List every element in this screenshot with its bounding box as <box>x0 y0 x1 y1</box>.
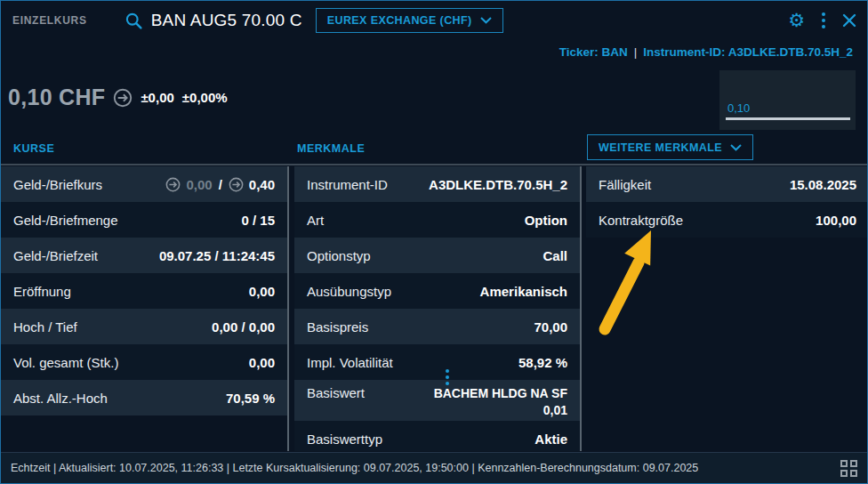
mini-chart-flat-line <box>726 117 850 120</box>
column-divider <box>580 166 582 451</box>
row-label: Basiswerttyp <box>307 432 382 447</box>
annotation-arrow <box>583 219 672 343</box>
kebab-menu-icon[interactable] <box>820 11 827 30</box>
chevron-down-icon <box>480 14 492 27</box>
row-label: Hoch / Tief <box>13 319 77 335</box>
mini-chart-price-label: 0,10 <box>727 101 750 115</box>
chevron-down-icon <box>730 141 742 154</box>
merkmale-table: Instrument-IDA3DLKE.DTB.70.5H_2ArtOption… <box>294 166 580 451</box>
row-label: Abst. Allz.-Hoch <box>13 391 108 406</box>
row-label: Instrument-ID <box>307 177 388 192</box>
row-value: 0,00 <box>249 355 275 370</box>
table-row: Fälligkeit15.08.2025 <box>586 166 868 202</box>
title-bar: EINZELKURS BAN AUG5 70.00 C EUREX EXCHAN… <box>1 1 867 40</box>
change-absolute: ±0,00 <box>141 90 173 105</box>
table-row: Impl. Volatilität58,92 % <box>294 344 580 380</box>
row-value: 58,92 % <box>518 355 567 370</box>
row-value: Option <box>525 213 567 228</box>
row-value: 0 / 15 <box>241 213 275 228</box>
section-header-merkmale: MERKMALE <box>297 142 365 155</box>
drag-handle-icon[interactable] <box>446 369 449 385</box>
table-row: Instrument-IDA3DLKE.DTB.70.5H_2 <box>294 166 580 202</box>
einzelkurs-window: EINZELKURS BAN AUG5 70.00 C EUREX EXCHAN… <box>0 0 868 484</box>
row-label: Art <box>307 213 324 228</box>
row-label: Basispreis <box>307 319 368 335</box>
exchange-dropdown[interactable]: EUREX EXCHANGE (CHF) <box>316 8 503 33</box>
row-label: Eröffnung <box>13 284 71 299</box>
row-value: 15.08.2025 <box>790 177 856 192</box>
app-label: EINZELKURS <box>12 14 87 27</box>
row-value: 0,00 / 0,00 <box>212 319 275 335</box>
row-value-line: 0,01 <box>434 402 567 419</box>
table-row: BasiswerttypAktie <box>294 421 580 451</box>
bid-ask-separator: / <box>218 177 223 192</box>
table-row: Hoch / Tief0,00 / 0,00 <box>1 309 287 344</box>
data-tables: Geld-/Briefkurs0,00/0,40Geld-/Briefmenge… <box>1 166 868 451</box>
row-value: Aktie <box>534 432 567 447</box>
row-label: Optionstyp <box>307 248 371 263</box>
weitere-merkmale-dropdown[interactable]: WEITERE MERKMALE <box>587 134 753 160</box>
row-label: Geld-/Briefmenge <box>13 213 118 228</box>
row-value: A3DLKE.DTB.70.5H_2 <box>429 177 567 192</box>
section-header-kurse: KURSE <box>13 142 54 155</box>
row-label: Geld-/Briefkurs <box>13 177 102 192</box>
table-row: Geld-/Briefmenge0 / 15 <box>1 202 287 238</box>
row-value-line: BACHEM HLDG NA SF <box>434 385 567 402</box>
row-label: Ausübungstyp <box>307 284 391 299</box>
table-row: AusübungstypAmerikanisch <box>294 273 580 309</box>
row-label: Impl. Volatilität <box>307 355 393 370</box>
ask-arrow-icon <box>229 177 244 192</box>
row-value: 70,00 <box>534 319 567 335</box>
instrument-id-text: Instrument-ID: A3DLKE.DTB.70.5H_2 <box>643 45 853 59</box>
instrument-title[interactable]: BAN AUG5 70.00 C <box>151 11 302 30</box>
table-row: Basispreis70,00 <box>294 309 580 344</box>
table-row: BasiswertBACHEM HLDG NA SF0,01 <box>294 380 580 421</box>
kurse-table: Geld-/Briefkurs0,00/0,40Geld-/Briefmenge… <box>1 166 287 415</box>
row-value: 09.07.25 / 11:24:45 <box>159 248 275 263</box>
status-text: Echtzeit | Aktualisiert: 10.07.2025, 11:… <box>11 462 698 474</box>
last-price: 0,10 CHF <box>8 85 105 110</box>
price-trend-arrow-icon <box>113 88 133 108</box>
table-row: Geld-/Briefzeit09.07.25 / 11:24:45 <box>1 238 287 273</box>
exchange-dropdown-label: EUREX EXCHANGE (CHF) <box>327 14 472 27</box>
bid-arrow-icon <box>165 177 181 192</box>
titlebar-icons: ⚙ <box>788 11 856 30</box>
search-icon[interactable] <box>125 12 143 30</box>
change-percent: ±0,00% <box>182 90 228 105</box>
bid-price: 0,00 <box>186 177 212 192</box>
settings-gear-icon[interactable]: ⚙ <box>788 12 805 30</box>
row-value: BACHEM HLDG NA SF0,01 <box>434 385 567 419</box>
row-label: Geld-/Briefzeit <box>13 248 98 263</box>
row-value: Call <box>542 248 567 263</box>
table-row: OptionstypCall <box>294 238 580 273</box>
column-divider <box>287 166 289 451</box>
row-value: 70,59 % <box>226 391 275 406</box>
header-divider <box>1 164 867 165</box>
row-label: Vol. gesamt (Stk.) <box>13 355 118 370</box>
mini-chart: 0,10 <box>719 70 856 130</box>
ticker-text: Ticker: BAN <box>559 45 628 59</box>
weitere-merkmale-label: WEITERE MERKMALE <box>599 141 722 154</box>
status-bar: Echtzeit | Aktualisiert: 10.07.2025, 11:… <box>1 452 867 483</box>
row-label: Basiswert <box>307 385 365 400</box>
table-row: ArtOption <box>294 202 580 238</box>
table-row: Eröffnung0,00 <box>1 273 287 309</box>
row-value: 0,00 <box>249 284 275 299</box>
instrument-meta-line: Ticker: BAN | Instrument-ID: A3DLKE.DTB.… <box>559 45 853 59</box>
quote-price-row: 0,10 CHF ±0,00 ±0,00% <box>8 85 228 110</box>
table-row: Abst. Allz.-Hoch70,59 % <box>1 380 287 415</box>
row-value: 100,00 <box>816 213 856 228</box>
table-row: Geld-/Briefkurs0,00/0,40 <box>1 166 287 202</box>
ask-price: 0,40 <box>249 177 275 192</box>
row-label: Fälligkeit <box>599 177 651 192</box>
row-value: Amerikanisch <box>480 284 567 299</box>
table-row: Vol. gesamt (Stk.)0,00 <box>1 344 287 380</box>
close-icon[interactable] <box>842 13 856 28</box>
meta-separator: | <box>634 45 638 59</box>
row-value: 0,00/0,40 <box>165 177 275 192</box>
grid-layout-icon[interactable] <box>840 460 857 477</box>
